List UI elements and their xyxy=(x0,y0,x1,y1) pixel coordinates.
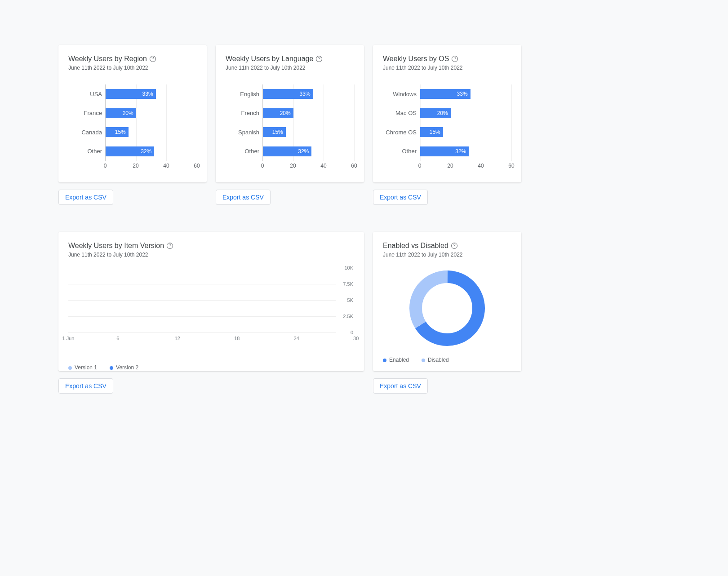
bar: 33% xyxy=(106,89,156,99)
os-column: Weekly Users by OS ? June 11th 2022 to J… xyxy=(373,45,521,205)
language-chart: English33%French20%Spanish15%Other32% 02… xyxy=(226,84,354,174)
help-icon[interactable]: ? xyxy=(451,243,457,249)
region-card-title: Weekly Users by Region ? xyxy=(68,55,197,63)
bar: 20% xyxy=(263,108,293,118)
axis-tick: 20 xyxy=(290,163,296,169)
bar: 20% xyxy=(106,108,136,118)
language-column: Weekly Users by Language ? June 11th 202… xyxy=(216,45,364,205)
top-row: Weekly Users by Region ? June 11th 2022 … xyxy=(58,45,670,205)
bar: 32% xyxy=(263,146,311,156)
legend-item: Version 1 xyxy=(68,364,97,371)
export-csv-button[interactable]: Export as CSV xyxy=(373,378,428,394)
language-title-text: Weekly Users by Language xyxy=(226,55,313,63)
enabled-legend: Enabled Disabled xyxy=(383,357,511,363)
enabled-title-text: Enabled vs Disabled xyxy=(383,242,448,250)
axis-tick: 0 xyxy=(351,330,353,335)
bar: 15% xyxy=(420,127,443,137)
region-date-range: June 11th 2022 to July 10th 2022 xyxy=(68,65,197,71)
category-label: France xyxy=(69,110,102,116)
axis-tick: 40 xyxy=(478,163,484,169)
category-label: Chrome OS xyxy=(383,129,417,136)
language-card: Weekly Users by Language ? June 11th 202… xyxy=(216,45,364,182)
axis-tick: 20 xyxy=(447,163,453,169)
help-icon[interactable]: ? xyxy=(452,56,458,62)
help-icon[interactable]: ? xyxy=(167,243,173,249)
bar: 20% xyxy=(420,108,451,118)
version-legend: Version 1 Version 2 xyxy=(68,364,354,371)
axis-tick: 18 xyxy=(234,336,240,341)
version-column: Weekly Users by Item Version ? June 11th… xyxy=(58,232,364,394)
category-label: Mac OS xyxy=(383,110,417,116)
axis-tick: 60 xyxy=(508,163,514,169)
os-card-title: Weekly Users by OS ? xyxy=(383,55,511,63)
axis-tick: 20 xyxy=(133,163,138,169)
version-date-range: June 11th 2022 to July 10th 2022 xyxy=(68,252,354,258)
region-chart: USA33%France20%Canada15%Other32% 0204060 xyxy=(68,84,197,174)
axis-tick: 40 xyxy=(163,163,169,169)
axis-tick: 10K xyxy=(344,265,353,270)
help-icon[interactable]: ? xyxy=(316,56,322,62)
legend-item: Version 2 xyxy=(110,364,138,371)
dot-icon xyxy=(422,359,425,362)
version-card-title: Weekly Users by Item Version ? xyxy=(68,242,354,250)
category-label: USA xyxy=(69,91,102,97)
axis-tick: 0 xyxy=(104,163,107,169)
axis-tick: 30 xyxy=(353,336,359,341)
version-title-text: Weekly Users by Item Version xyxy=(68,242,164,250)
enabled-date-range: June 11th 2022 to July 10th 2022 xyxy=(383,252,511,258)
legend-label: Disabled xyxy=(428,357,449,363)
bar: 33% xyxy=(263,89,313,99)
axis-tick: 5K xyxy=(347,297,353,303)
export-csv-button[interactable]: Export as CSV xyxy=(58,190,113,205)
axis-tick: 24 xyxy=(294,336,299,341)
axis-tick: 0 xyxy=(418,163,422,169)
axis-tick: 40 xyxy=(320,163,326,169)
region-title-text: Weekly Users by Region xyxy=(68,55,147,63)
export-csv-button[interactable]: Export as CSV xyxy=(216,190,271,205)
axis-tick: 6 xyxy=(116,336,119,341)
category-label: French xyxy=(226,110,259,116)
category-label: Other xyxy=(69,148,102,155)
category-label: Other xyxy=(226,148,259,155)
help-icon[interactable]: ? xyxy=(150,56,156,62)
legend-label: Version 1 xyxy=(75,364,97,371)
export-csv-button[interactable]: Export as CSV xyxy=(58,378,113,394)
axis-tick: 60 xyxy=(351,163,357,169)
bar: 32% xyxy=(420,146,469,156)
os-chart: Windows33%Mac OS20%Chrome OS15%Other32% … xyxy=(383,84,511,174)
axis-tick: 0 xyxy=(261,163,264,169)
dot-icon xyxy=(68,366,72,370)
legend-item: Disabled xyxy=(422,357,449,363)
bottom-row: Weekly Users by Item Version ? June 11th… xyxy=(58,232,670,394)
legend-label: Enabled xyxy=(389,357,409,363)
category-label: English xyxy=(226,91,259,97)
region-card: Weekly Users by Region ? June 11th 2022 … xyxy=(58,45,207,182)
enabled-card: Enabled vs Disabled ? June 11th 2022 to … xyxy=(373,232,521,371)
version-xaxis: 1 Jun612182430 xyxy=(68,336,336,342)
axis-tick: 7.5K xyxy=(343,281,353,287)
export-csv-button[interactable]: Export as CSV xyxy=(373,190,428,205)
category-label: Spanish xyxy=(226,129,259,136)
language-date-range: June 11th 2022 to July 10th 2022 xyxy=(226,65,354,71)
axis-tick: 1 Jun xyxy=(62,336,75,341)
os-card: Weekly Users by OS ? June 11th 2022 to J… xyxy=(373,45,521,182)
dot-icon xyxy=(110,366,113,370)
axis-tick: 60 xyxy=(194,163,200,169)
enabled-column: Enabled vs Disabled ? June 11th 2022 to … xyxy=(373,232,521,394)
donut-chart xyxy=(383,268,511,349)
bar: 15% xyxy=(263,127,286,137)
os-title-text: Weekly Users by OS xyxy=(383,55,449,63)
category-label: Canada xyxy=(69,129,102,136)
enabled-card-title: Enabled vs Disabled ? xyxy=(383,242,511,250)
language-card-title: Weekly Users by Language ? xyxy=(226,55,354,63)
version-chart: 02.5K5K7.5K10K xyxy=(68,268,336,333)
dot-icon xyxy=(383,359,386,362)
category-label: Other xyxy=(383,148,417,155)
version-card: Weekly Users by Item Version ? June 11th… xyxy=(58,232,364,371)
axis-tick: 12 xyxy=(175,336,180,341)
legend-label: Version 2 xyxy=(116,364,138,371)
bar: 33% xyxy=(420,89,471,99)
bar: 32% xyxy=(106,146,154,156)
axis-tick: 2.5K xyxy=(343,314,353,319)
region-column: Weekly Users by Region ? June 11th 2022 … xyxy=(58,45,207,205)
